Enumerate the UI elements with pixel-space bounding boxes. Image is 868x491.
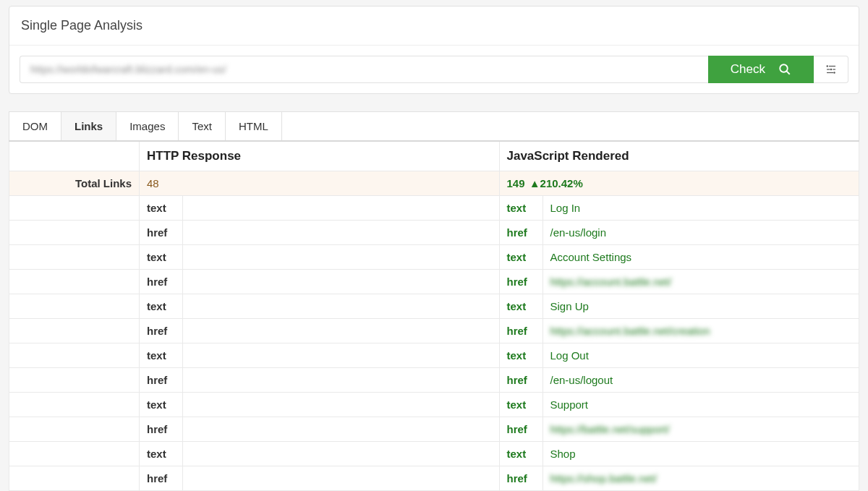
col-header-js: JavaScript Rendered (499, 141, 859, 171)
row-value-js: Shop (542, 442, 859, 466)
row-value-js: /en-us/logout (542, 368, 859, 393)
check-button[interactable]: Check (708, 56, 814, 83)
row-label-empty (9, 245, 140, 270)
search-icon (778, 63, 791, 76)
svg-point-2 (826, 65, 827, 67)
row-value-http (183, 417, 500, 442)
svg-point-0 (780, 64, 788, 72)
table-row: hrefhrefhttps://account.battle.net/ (9, 270, 859, 294)
row-value-http (183, 466, 500, 491)
url-input-value: https://worldofwarcraft.blizzard.com/en-… (30, 64, 226, 75)
row-value-http (183, 196, 500, 221)
table-row: hrefhrefhttps://account.battle.net/creat… (9, 319, 859, 343)
row-label-empty (9, 294, 140, 319)
row-key-js: text (499, 442, 542, 466)
row-label-empty (9, 466, 140, 491)
table-row: hrefhref/en-us/login (9, 221, 859, 245)
row-value-js: Log In (542, 196, 859, 221)
svg-line-1 (787, 72, 790, 74)
table-row: texttextShop (9, 442, 859, 466)
row-value-http (183, 294, 500, 319)
row-key-http: text (140, 442, 183, 466)
row-key-js: text (499, 393, 542, 417)
table-row: texttextLog Out (9, 343, 859, 368)
row-key-js: text (499, 343, 542, 368)
row-label-empty (9, 442, 140, 466)
row-value-js: Log Out (542, 343, 859, 368)
row-key-http: text (140, 245, 183, 270)
delta-pct: 210.42% (540, 177, 583, 189)
settings-button[interactable] (814, 56, 848, 83)
svg-point-7 (833, 72, 835, 73)
row-key-js: href (499, 270, 542, 294)
tab-dom[interactable]: DOM (9, 112, 61, 140)
row-key-http: text (140, 393, 183, 417)
row-label-empty (9, 393, 140, 417)
table-row: hrefhrefhttps://battle.net/support/ (9, 417, 859, 442)
col-header-http: HTTP Response (140, 141, 500, 171)
row-key-http: href (140, 319, 183, 343)
table-row: texttextLog In (9, 196, 859, 221)
row-value-js: Account Settings (542, 245, 859, 270)
totals-http-value: 48 (147, 177, 159, 189)
tab-html[interactable]: HTML (226, 112, 282, 140)
tab-text[interactable]: Text (179, 112, 226, 140)
row-key-js: href (499, 319, 542, 343)
row-key-js: href (499, 417, 542, 442)
row-value-http (183, 319, 500, 343)
table-row: hrefhrefhttps://shop.battle.net/ (9, 466, 859, 491)
row-key-js: href (499, 368, 542, 393)
row-value-http (183, 245, 500, 270)
row-key-js: href (499, 221, 542, 245)
row-value-js: https://account.battle.net/creation (542, 319, 859, 343)
svg-rect-8 (827, 72, 833, 73)
row-value-js: Support (542, 393, 859, 417)
totals-row: Total Links 48 149 ▲210.42% (9, 171, 859, 196)
url-input[interactable]: https://worldofwarcraft.blizzard.com/en-… (20, 56, 708, 83)
row-key-http: text (140, 196, 183, 221)
row-value-http (183, 368, 500, 393)
row-value-js: https://account.battle.net/ (542, 270, 859, 294)
row-value-js: /en-us/login (542, 221, 859, 245)
row-key-http: href (140, 368, 183, 393)
row-label-empty (9, 343, 140, 368)
row-key-http: href (140, 466, 183, 491)
tab-images[interactable]: Images (116, 112, 179, 140)
table-row: texttextAccount Settings (9, 245, 859, 270)
row-value-js: https://shop.battle.net/ (542, 466, 859, 491)
row-label-empty (9, 221, 140, 245)
row-value-http (183, 221, 500, 245)
delta-arrow-icon: ▲ (529, 177, 540, 189)
row-key-http: text (140, 294, 183, 319)
row-value-http (183, 343, 500, 368)
row-value-js: Sign Up (542, 294, 859, 319)
tab-links[interactable]: Links (61, 112, 116, 140)
totals-label: Total Links (9, 171, 140, 196)
analysis-panel: Single Page Analysis https://worldofwarc… (9, 6, 859, 94)
row-value-http (183, 393, 500, 417)
results-table: HTTP Response JavaScript Rendered Total … (9, 140, 859, 491)
table-row: texttextSign Up (9, 294, 859, 319)
table-header-row: HTTP Response JavaScript Rendered (9, 141, 859, 171)
table-row: hrefhref/en-us/logout (9, 368, 859, 393)
row-label-empty (9, 270, 140, 294)
row-key-js: text (499, 294, 542, 319)
row-key-js: href (499, 466, 542, 491)
row-label-empty (9, 417, 140, 442)
row-key-js: text (499, 245, 542, 270)
settings-icon (825, 63, 838, 76)
svg-rect-3 (829, 66, 835, 67)
check-button-label: Check (731, 62, 765, 77)
row-key-http: href (140, 221, 183, 245)
panel-title: Single Page Analysis (9, 7, 859, 46)
totals-js-value: 149 (507, 177, 525, 189)
row-label-empty (9, 368, 140, 393)
row-label-empty (9, 196, 140, 221)
row-value-js: https://battle.net/support/ (542, 417, 859, 442)
url-row: https://worldofwarcraft.blizzard.com/en-… (9, 46, 859, 93)
row-key-http: text (140, 343, 183, 368)
tabs: DOMLinksImagesTextHTML (9, 111, 859, 140)
row-value-http (183, 270, 500, 294)
row-key-http: href (140, 417, 183, 442)
table-row: texttextSupport (9, 393, 859, 417)
